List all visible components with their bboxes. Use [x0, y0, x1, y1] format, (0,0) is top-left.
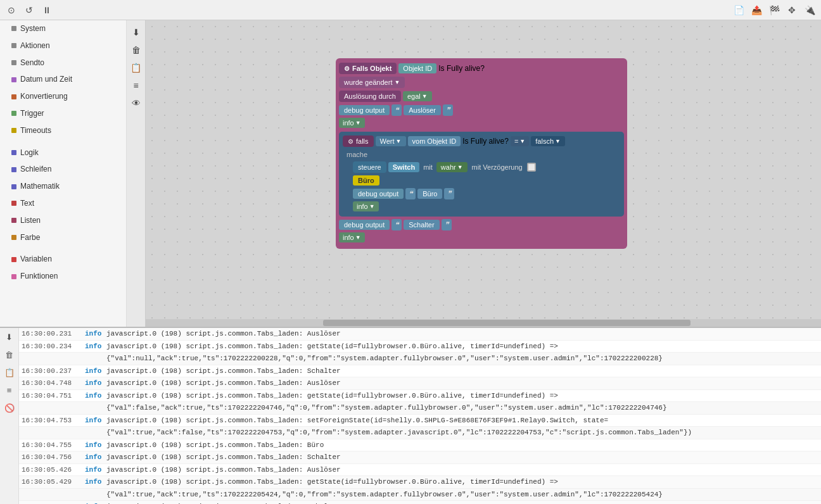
falls-objekt-header-row: ⚙ Falls Objekt Objekt ID Is Fully alive?: [339, 63, 624, 74]
wahr-block[interactable]: wahr ▼: [436, 162, 468, 172]
log-msg-6: javascript.0 (198) script.js.common.Tabs…: [106, 415, 818, 426]
sidebar-item-konvertierung[interactable]: Konvertierung: [0, 88, 126, 105]
refresh-icon[interactable]: ↺: [23, 4, 35, 16]
sidebar-item-timeouts[interactable]: Timeouts: [0, 122, 126, 139]
pause-icon[interactable]: ⏸: [41, 4, 53, 16]
console-trash-icon[interactable]: 🗑: [3, 348, 16, 361]
info-block2[interactable]: info ▼: [353, 201, 379, 211]
sidebar-label-schleifen: Schleifen: [20, 164, 51, 175]
buero-block[interactable]: Büro: [353, 175, 379, 186]
console-layout: ⬇ 🗑 📋 ≡ 🚫 16:30:00.231 info javascript.0…: [0, 328, 821, 504]
file-icon[interactable]: 📄: [732, 4, 745, 16]
objekt-id-block[interactable]: Objekt ID: [398, 63, 436, 73]
sidebar-item-variablen[interactable]: Variablen: [0, 251, 126, 268]
listen-dot: [11, 218, 16, 223]
console-copy-icon[interactable]: 📋: [3, 366, 16, 379]
wert-block[interactable]: Wert ▼: [376, 136, 406, 146]
debug-output-block2[interactable]: debug output: [353, 189, 404, 199]
log-time-1: 16:30:00.231: [22, 329, 85, 339]
left-icons-panel: ⬇ 🗑 📋 ≡ 👁: [127, 20, 146, 327]
chevron-down-icon3: ▼: [355, 120, 361, 126]
quote-right-3: ❞: [442, 219, 452, 230]
flag-icon[interactable]: 🏁: [768, 4, 780, 16]
funk-dot: [11, 274, 16, 279]
eye-off-icon[interactable]: 👁: [129, 96, 143, 110]
log-level-5: info: [85, 391, 104, 401]
log-level-6: info: [85, 415, 104, 426]
debug-output-block1[interactable]: debug output: [339, 105, 390, 115]
sidebar-item-farbe[interactable]: Farbe: [0, 229, 126, 246]
steuere-block[interactable]: steuere: [353, 161, 386, 173]
log-row-5: 16:30:04.751 info javascript.0 (198) scr…: [19, 390, 821, 403]
log-level-2: info: [85, 341, 104, 352]
sidebar-item-trigger[interactable]: Trigger: [0, 105, 126, 122]
console-list-icon[interactable]: ≡: [3, 384, 16, 396]
sidebar-item-funktionen[interactable]: Funktionen: [0, 268, 126, 285]
trash-icon[interactable]: 🗑: [129, 43, 143, 57]
is-fully-alive-block2[interactable]: Is Fully alive?: [462, 137, 509, 146]
info-row2: info ▼: [353, 201, 620, 211]
log-row-11: 16:30:05.432 info javascript.0 (198) scr…: [19, 501, 821, 504]
plugin-icon[interactable]: 🔌: [803, 4, 816, 16]
sidebar-label-mathematik: Mathematik: [20, 181, 60, 192]
switch-block[interactable]: Switch: [388, 162, 419, 172]
falls-condition-row: ⚙ falls Wert ▼ vom Objekt ID Is Fully al…: [343, 135, 620, 147]
wurde-geaendert-block[interactable]: wurde geändert ▼: [339, 77, 405, 88]
log-msg-5: javascript.0 (198) script.js.common.Tabs…: [106, 391, 818, 401]
mit-verz-label: mit Verzögerung: [469, 162, 525, 172]
quote-left-3: ❝: [391, 219, 402, 230]
sendto-dot: [11, 60, 16, 65]
falls-objekt-block[interactable]: ⚙ Falls Objekt Objekt ID Is Fully alive?…: [336, 58, 627, 249]
log-row-10b: {"val":true,"ack":true,"ts":170222220542…: [19, 489, 821, 501]
log-level-11: info: [85, 501, 104, 504]
move-icon[interactable]: ✥: [786, 4, 798, 16]
log-row-3: 16:30:00.237 info javascript.0 (198) scr…: [19, 365, 821, 378]
sidebar-item-datum[interactable]: Datum und Zeit: [0, 71, 126, 88]
log-row-9: 16:30:05.426 info javascript.0 (198) scr…: [19, 464, 821, 477]
falls-block[interactable]: ⚙ falls: [343, 135, 374, 147]
mache-label: mache: [343, 149, 371, 160]
falsch-block[interactable]: falsch ▼: [531, 136, 565, 146]
sidebar-item-aktionen[interactable]: Aktionen: [0, 37, 126, 54]
sidebar-item-listen[interactable]: Listen: [0, 212, 126, 229]
sidebar-item-logik[interactable]: Logik: [0, 144, 126, 161]
scrollbar-thumb[interactable]: [323, 320, 691, 326]
schalter-label-block[interactable]: Schalter: [404, 220, 439, 230]
farbe-dot: [11, 235, 16, 240]
falls-objekt-label[interactable]: ⚙ Falls Objekt: [339, 63, 397, 74]
info-block1[interactable]: info ▼: [339, 118, 365, 128]
is-fully-alive-block1[interactable]: Is Fully alive?: [438, 64, 485, 73]
console-eye-icon[interactable]: 🚫: [3, 401, 16, 414]
debug-output-block3[interactable]: debug output: [339, 220, 390, 230]
sidebar-item-schleifen[interactable]: Schleifen: [0, 161, 126, 178]
log-time-8: 16:30:04.756: [22, 452, 85, 463]
eq-block[interactable]: = ▼: [511, 136, 529, 146]
log-msg-9: javascript.0 (198) script.js.common.Tabs…: [106, 465, 818, 476]
info-block3[interactable]: info ▼: [339, 232, 365, 243]
canvas-area[interactable]: ⚙ Falls Objekt Objekt ID Is Fully alive?…: [146, 20, 821, 327]
list-icon[interactable]: ≡: [129, 79, 143, 92]
buero-label-block[interactable]: Büro: [417, 189, 442, 199]
copy-icon[interactable]: 📋: [129, 61, 143, 75]
export-icon[interactable]: 📤: [750, 4, 763, 16]
canvas-scrollbar[interactable]: [146, 319, 821, 327]
ausloeser-text-block[interactable]: Auslöser: [404, 105, 441, 115]
download-icon[interactable]: ⬇: [129, 25, 143, 39]
sidebar-label-timeouts: Timeouts: [20, 125, 51, 136]
info-row1: info ▼: [339, 118, 624, 128]
auslosung-durch-block[interactable]: Auslösung durch: [339, 91, 401, 102]
verzoegerung-checkbox[interactable]: [527, 163, 536, 172]
log-level-10: info: [85, 477, 104, 488]
sidebar-item-system[interactable]: System: [0, 20, 126, 37]
log-msg-4: javascript.0 (198) script.js.common.Tabs…: [106, 378, 818, 389]
toolbar-right: 📄 📤 🏁 ✥ 🔌: [732, 4, 816, 16]
sidebar-item-sendto[interactable]: Sendto: [0, 54, 126, 72]
target-icon[interactable]: ⊙: [5, 4, 18, 16]
sidebar-item-text[interactable]: Text: [0, 195, 126, 212]
vom-objekt-id-block[interactable]: vom Objekt ID: [408, 136, 461, 146]
sidebar-item-mathematik[interactable]: Mathematik: [0, 178, 126, 195]
egal-block[interactable]: egal ▼: [403, 91, 432, 101]
chevron-down-icon2: ▼: [422, 93, 428, 99]
datum-dot: [11, 77, 16, 82]
console-download-icon[interactable]: ⬇: [3, 331, 16, 343]
